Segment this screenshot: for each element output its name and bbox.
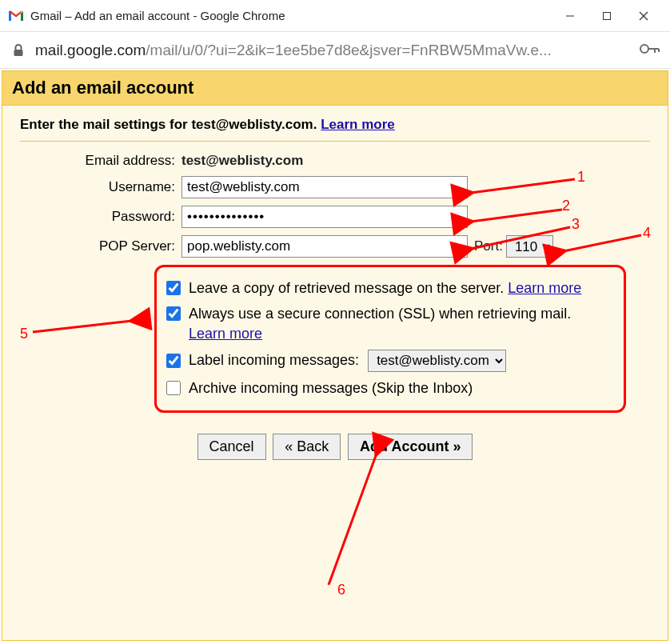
divider [20, 141, 650, 142]
ssl-learn-more-link[interactable]: Learn more [189, 326, 262, 342]
leave-copy-learn-more-link[interactable]: Learn more [508, 280, 581, 296]
main-panel: Add an email account Enter the mail sett… [2, 70, 668, 641]
instruction-suffix: . [313, 117, 321, 132]
button-row: Cancel « Back Add Account » [20, 434, 650, 460]
back-button[interactable]: « Back [273, 434, 341, 460]
annotation-number-6: 6 [337, 582, 345, 598]
password-input[interactable] [181, 206, 468, 228]
window-minimize-button[interactable] [552, 0, 588, 32]
address-bar[interactable]: mail.google.com/mail/u/0/?ui=2&ik=1ee5be… [0, 32, 670, 69]
label-incoming-checkbox[interactable] [166, 354, 181, 368]
ssl-label: Always use a secure connection (SSL) whe… [189, 304, 571, 343]
instruction-prefix: Enter the mail settings for [20, 117, 191, 132]
svg-line-14 [329, 454, 377, 585]
ssl-checkbox[interactable] [166, 306, 181, 321]
lock-icon [11, 43, 26, 58]
pop-server-input[interactable] [181, 235, 468, 258]
gmail-icon [8, 10, 24, 22]
window-title: Gmail – Add an email account - Google Ch… [30, 9, 285, 22]
username-label: Username: [20, 179, 181, 195]
cancel-button[interactable]: Cancel [197, 434, 266, 460]
key-icon[interactable] [640, 42, 660, 59]
password-label: Password: [20, 209, 181, 225]
add-account-button[interactable]: Add Account » [348, 434, 473, 460]
instruction-email: test@weblisty.com [191, 117, 313, 132]
archive-checkbox[interactable] [166, 381, 181, 395]
pop-server-label: POP Server: [20, 238, 181, 254]
window-titlebar: Gmail – Add an email account - Google Ch… [0, 0, 670, 32]
svg-point-5 [640, 45, 648, 53]
options-highlight-box: Leave a copy of retrieved message on the… [154, 265, 626, 413]
port-select[interactable]: 110 [506, 235, 553, 258]
label-incoming-text: Label incoming messages: [189, 352, 359, 368]
svg-rect-4 [14, 50, 23, 56]
label-incoming-label: Label incoming messages: test@weblisty.c… [189, 350, 506, 372]
page-title: Add an email account [2, 71, 668, 106]
leave-copy-text: Leave a copy of retrieved message on the… [189, 280, 508, 296]
ssl-text: Always use a secure connection (SSL) whe… [189, 306, 571, 322]
url-path: /mail/u/0/?ui=2&ik=1ee5be7d8e&jsver=FnRB… [146, 42, 551, 59]
window-close-button[interactable] [625, 0, 662, 32]
instruction-text: Enter the mail settings for test@weblist… [20, 117, 650, 133]
url-host: mail.google.com [35, 42, 146, 59]
email-address-value: test@weblisty.com [181, 153, 303, 169]
leave-copy-checkbox[interactable] [166, 281, 181, 295]
username-input[interactable] [181, 176, 468, 198]
label-incoming-select[interactable]: test@weblisty.com [368, 350, 506, 372]
window-maximize-button[interactable] [588, 0, 625, 32]
email-address-label: Email address: [20, 153, 181, 169]
archive-label: Archive incoming messages (Skip the Inbo… [189, 378, 473, 398]
svg-rect-1 [604, 12, 611, 19]
instruction-learn-more-link[interactable]: Learn more [321, 117, 395, 132]
leave-copy-label: Leave a copy of retrieved message on the… [189, 278, 581, 298]
port-label: Port: [474, 238, 503, 254]
